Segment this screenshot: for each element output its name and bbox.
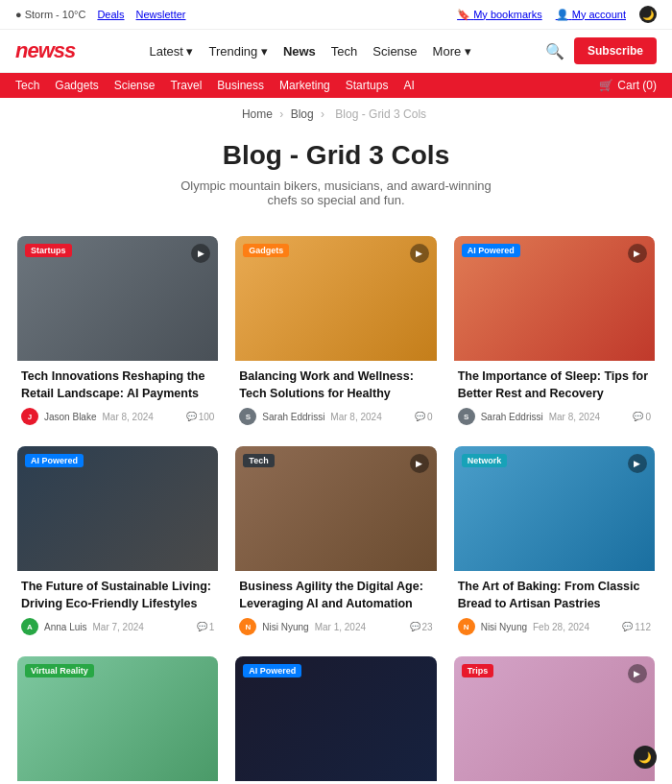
blog-card-2[interactable]: AI Powered ▶ The Importance of Sleep: Ti… [454, 236, 655, 429]
deals-link[interactable]: Deals [97, 9, 124, 20]
breadcrumb-sep2: › [321, 107, 324, 121]
card-body-2: The Importance of Sleep: Tips for Better… [454, 361, 655, 429]
breadcrumb-blog[interactable]: Blog [291, 107, 314, 121]
card-image-5: Network ▶ [454, 446, 655, 571]
comment-icon-0: 💬 [186, 412, 197, 421]
card-avatar-2: S [458, 408, 475, 425]
card-title-1: Balancing Work and Wellness: Tech Soluti… [239, 368, 432, 402]
site-logo[interactable]: newss [15, 38, 75, 63]
play-button-5[interactable]: ▶ [628, 454, 647, 473]
card-date-2: Mar 8, 2024 [549, 412, 600, 422]
cat-tech[interactable]: Tech [15, 79, 39, 92]
breadcrumb-home[interactable]: Home [242, 107, 273, 121]
card-comments-4: 💬 23 [410, 622, 433, 632]
card-avatar-0: J [21, 408, 38, 425]
card-meta-1: S Sarah Eddrissi Mar 8, 2024 💬 0 [239, 408, 432, 425]
breadcrumb-sep1: › [279, 107, 283, 121]
dark-mode-fab[interactable]: 🌙 [634, 746, 657, 769]
subscribe-button[interactable]: Subscribe [574, 37, 657, 64]
card-tag-4: Tech [243, 454, 274, 467]
nav-more[interactable]: More ▾ [433, 44, 471, 59]
card-comments-0: 💬 100 [186, 412, 215, 422]
card-avatar-1: S [239, 408, 256, 425]
card-body-4: Business Agility the Digital Age: Levera… [235, 571, 436, 639]
blog-card-4[interactable]: Tech ▶ Business Agility the Digital Age:… [235, 446, 436, 639]
main-navigation: Latest ▾ Trending ▾ News Tech Sciense Mo… [149, 44, 470, 59]
card-tag-6: Virtual Reality [25, 664, 94, 677]
breadcrumb: Home › Blog › Blog - Grid 3 Cols [0, 98, 672, 131]
blog-grid: Startups ▶ Tech Innovations Reshaping th… [0, 226, 672, 784]
card-image-2: AI Powered ▶ [454, 236, 655, 361]
nav-sciense[interactable]: Sciense [372, 44, 417, 59]
blog-card-7[interactable]: AI Powered Hidden Gems: Underrated Trave… [235, 656, 436, 784]
cat-marketing[interactable]: Marketing [279, 79, 330, 92]
card-image-6: Virtual Reality [17, 656, 218, 781]
card-body-1: Balancing Work and Wellness: Tech Soluti… [235, 361, 436, 429]
card-author-4: Nisi Nyung [262, 622, 308, 632]
card-title-3: The Future of Sustainable Living: Drivin… [21, 579, 214, 612]
site-header: newss Latest ▾ Trending ▾ News Tech Scie… [0, 30, 672, 73]
card-tag-2: AI Powered [462, 244, 520, 257]
cart-button[interactable]: 🛒 Cart (0) [599, 79, 657, 92]
play-button-4[interactable]: ▶ [410, 454, 429, 473]
bookmarks-link[interactable]: 🔖 My bookmarks [457, 9, 542, 21]
cat-gadgets[interactable]: Gadgets [55, 79, 98, 92]
blog-card-3[interactable]: AI Powered The Future of Sustainable Liv… [17, 446, 218, 639]
cat-sciense[interactable]: Sciense [114, 79, 156, 92]
nav-tech[interactable]: Tech [331, 44, 357, 59]
card-comments-2: 💬 0 [633, 412, 651, 422]
breadcrumb-current: Blog - Grid 3 Cols [335, 107, 426, 121]
blog-card-6[interactable]: Virtual Reality AI and Marketing: Unlock… [17, 656, 218, 784]
card-tag-3: AI Powered [25, 454, 84, 467]
blog-card-8[interactable]: Trips ▶ Eco-Tourism: Traveling Responsib… [454, 656, 655, 784]
dark-mode-toggle[interactable]: 🌙 [639, 6, 657, 23]
blog-card-1[interactable]: Gadgets ▶ Balancing Work and Wellness: T… [235, 236, 436, 429]
card-tag-7: AI Powered [243, 664, 301, 677]
blog-card-5[interactable]: Network ▶ The Art of Baking: From Classi… [454, 446, 655, 639]
card-author-3: Anna Luis [44, 622, 86, 632]
blog-card-0[interactable]: Startups ▶ Tech Innovations Reshaping th… [17, 236, 218, 429]
cat-startups[interactable]: Startups [346, 79, 389, 92]
account-link[interactable]: 👤 My account [556, 9, 626, 21]
search-icon[interactable]: 🔍 [545, 42, 564, 60]
category-links: Tech Gadgets Sciense Travel Business Mar… [15, 79, 415, 92]
card-tag-0: Startups [25, 244, 72, 257]
card-avatar-5: N [458, 618, 475, 635]
comment-icon-5: 💬 [622, 622, 633, 631]
header-actions: 🔍 Subscribe [545, 37, 657, 64]
account-icon: 👤 [556, 9, 569, 20]
topbar-left: ● Storm - 10°C Deals Newsletter [15, 9, 186, 20]
topbar-right: 🔖 My bookmarks 👤 My account 🌙 [457, 6, 657, 23]
card-comments-1: 💬 0 [415, 412, 433, 422]
page-heading: Blog - Grid 3 Cols Olympic mountain bike… [0, 131, 672, 226]
card-title-4: Business Agility the Digital Age: Levera… [239, 579, 432, 612]
card-date-5: Feb 28, 2024 [533, 622, 589, 632]
card-body-5: The Art of Baking: From Classic Bread to… [454, 571, 655, 639]
nav-trending[interactable]: Trending ▾ [208, 44, 267, 59]
card-date-0: Mar 8, 2024 [102, 412, 153, 422]
card-author-0: Jason Blake [44, 412, 96, 422]
card-image-4: Tech ▶ [235, 446, 436, 571]
play-button-8[interactable]: ▶ [628, 664, 647, 683]
newsletter-link[interactable]: Newsletter [136, 9, 186, 20]
card-comments-5: 💬 112 [622, 622, 651, 632]
play-button-0[interactable]: ▶ [191, 244, 210, 263]
card-author-2: Sarah Eddrissi [481, 412, 543, 422]
card-image-7: AI Powered [235, 656, 436, 781]
play-button-1[interactable]: ▶ [410, 244, 429, 263]
topbar: ● Storm - 10°C Deals Newsletter 🔖 My boo… [0, 0, 672, 30]
nav-news[interactable]: News [283, 44, 316, 59]
nav-latest[interactable]: Latest ▾ [149, 44, 193, 59]
card-date-3: Mar 7, 2024 [92, 622, 143, 632]
card-meta-2: S Sarah Eddrissi Mar 8, 2024 💬 0 [458, 408, 651, 425]
cat-business[interactable]: Business [217, 79, 264, 92]
card-comments-3: 💬 1 [197, 622, 215, 632]
comment-icon-4: 💬 [410, 622, 420, 631]
card-tag-1: Gadgets [243, 244, 289, 257]
card-avatar-3: A [21, 618, 38, 635]
card-title-5: The Art of Baking: From Classic Bread to… [458, 579, 651, 612]
play-button-2[interactable]: ▶ [628, 244, 647, 263]
cat-ai[interactable]: AI [403, 79, 414, 92]
page-title: Blog - Grid 3 Cols [19, 140, 653, 171]
cat-travel[interactable]: Travel [170, 79, 202, 92]
